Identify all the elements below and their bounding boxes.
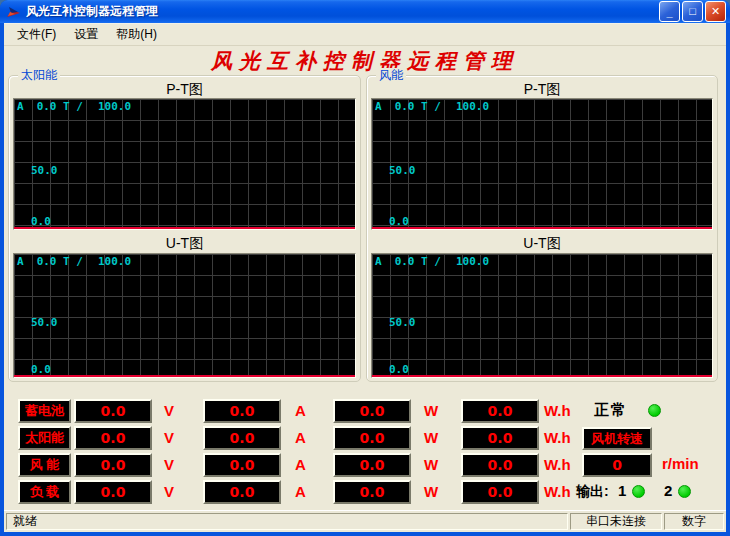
- status-ready-text: 就绪: [6, 513, 568, 530]
- fan-speed-display: 0: [582, 453, 652, 477]
- solar-row: 太阳能 0.0 V 0.0 A 0.0 W 0.0 W.h 风机转速: [4, 426, 726, 451]
- load-voltage-unit: V: [164, 483, 174, 500]
- solar-current-display: 0.0: [203, 426, 281, 450]
- app-icon: [6, 4, 22, 20]
- solar-ut-chart: A0.0 T /100.0 50.0 0.0: [13, 253, 356, 378]
- wind-pt-chart-title: P-T图: [367, 81, 717, 99]
- load-power-unit: W: [424, 483, 438, 500]
- output-1-led: [632, 485, 645, 498]
- solar-pt-ymid-label: 50.0: [31, 165, 58, 177]
- battery-row: 蓄电池 0.0 V 0.0 A 0.0 W 0.0 W.h 正常: [4, 399, 726, 424]
- solar-pt-chart-title: P-T图: [9, 81, 360, 99]
- battery-current-display: 0.0: [203, 399, 281, 423]
- wind-voltage-display: 0.0: [74, 453, 152, 477]
- solar-pt-x-axis: [14, 227, 355, 229]
- solar-power-display: 0.0: [333, 426, 411, 450]
- app-window: 风光互补控制器远程管理 _ □ ✕ 文件(F) 设置 帮助(H) 风光互补控制器…: [0, 0, 730, 536]
- wind-pt-ymid-label: 50.0: [389, 165, 416, 177]
- solar-ut-scale: A0.0 T /100.0: [17, 256, 131, 268]
- solar-current-unit: A: [295, 429, 306, 446]
- system-normal-label: 正常: [594, 401, 628, 420]
- load-energy-unit: W.h: [544, 483, 571, 500]
- wind-ut-chart: A0.0 T /100.0 50.0 0.0: [371, 253, 713, 378]
- battery-voltage-display: 0.0: [74, 399, 152, 423]
- wind-power-display: 0.0: [333, 453, 411, 477]
- wind-current-unit: A: [295, 456, 306, 473]
- solar-group-label: 太阳能: [18, 68, 60, 82]
- output-2-number: 2: [664, 482, 672, 499]
- solar-pt-scale: A0.0 T /100.0: [17, 101, 131, 113]
- system-normal-led: [648, 404, 661, 417]
- window-controls: _ □ ✕: [659, 1, 726, 22]
- wind-pt-scale: A0.0 T /100.0: [375, 101, 489, 113]
- wind-pt-x-axis: [372, 227, 712, 229]
- menu-item-help[interactable]: 帮助(H): [107, 24, 166, 45]
- wind-ut-scale: A0.0 T /100.0: [375, 256, 489, 268]
- wind-voltage-unit: V: [164, 456, 174, 473]
- battery-energy-unit: W.h: [544, 402, 571, 419]
- battery-label: 蓄电池: [18, 399, 71, 423]
- wind-group-box: 风能 P-T图 A0.0 T /100.0 50.0 0.0 U-T图 A0.0…: [366, 75, 718, 382]
- solar-ut-chart-title: U-T图: [9, 235, 360, 253]
- load-energy-display: 0.0: [461, 480, 539, 504]
- window-title: 风光互补控制器远程管理: [26, 3, 659, 20]
- status-mode-text: 数字: [664, 513, 724, 530]
- wind-ut-chart-title: U-T图: [367, 235, 717, 253]
- load-voltage-display: 0.0: [74, 480, 152, 504]
- fan-speed-label: 风机转速: [582, 427, 652, 450]
- solar-voltage-display: 0.0: [74, 426, 152, 450]
- minimize-button[interactable]: _: [659, 1, 680, 22]
- wind-energy-unit: W.h: [544, 456, 571, 473]
- menu-item-settings[interactable]: 设置: [65, 24, 107, 45]
- load-label: 负 载: [18, 480, 71, 504]
- fan-speed-unit: r/min: [662, 455, 699, 472]
- menu-bar: 文件(F) 设置 帮助(H): [4, 24, 726, 46]
- solar-ut-ymid-label: 50.0: [31, 317, 58, 329]
- solar-ut-x-axis: [14, 375, 355, 377]
- solar-energy-display: 0.0: [461, 426, 539, 450]
- solar-voltage-unit: V: [164, 429, 174, 446]
- maximize-button[interactable]: □: [682, 1, 703, 22]
- load-current-display: 0.0: [203, 480, 281, 504]
- title-bar[interactable]: 风光互补控制器远程管理 _ □ ✕: [0, 0, 730, 23]
- output-1-number: 1: [618, 482, 626, 499]
- readings-panel: 蓄电池 0.0 V 0.0 A 0.0 W 0.0 W.h 正常 太阳能 0.0…: [4, 399, 726, 511]
- battery-energy-display: 0.0: [461, 399, 539, 423]
- solar-pt-chart: A0.0 T /100.0 50.0 0.0: [13, 98, 356, 230]
- wind-energy-display: 0.0: [461, 453, 539, 477]
- output-label: 输出:: [576, 483, 609, 501]
- battery-current-unit: A: [295, 402, 306, 419]
- wind-group-label: 风能: [376, 68, 406, 82]
- page-title: 风光互补控制器远程管理: [4, 47, 726, 75]
- solar-power-unit: W: [424, 429, 438, 446]
- wind-ut-ymid-label: 50.0: [389, 317, 416, 329]
- load-power-display: 0.0: [333, 480, 411, 504]
- solar-energy-unit: W.h: [544, 429, 571, 446]
- battery-power-unit: W: [424, 402, 438, 419]
- wind-row: 风 能 0.0 V 0.0 A 0.0 W 0.0 W.h 0 r/min: [4, 453, 726, 478]
- window-body: 文件(F) 设置 帮助(H) 风光互补控制器远程管理 太阳能 P-T图 A0.0…: [4, 23, 726, 532]
- load-row: 负 载 0.0 V 0.0 A 0.0 W 0.0 W.h 输出: 1 2: [4, 480, 726, 505]
- client-area: 风光互补控制器远程管理 太阳能 P-T图 A0.0 T /100.0 50.0 …: [4, 46, 726, 510]
- load-current-unit: A: [295, 483, 306, 500]
- status-serial-text: 串口未连接: [570, 513, 662, 530]
- battery-power-display: 0.0: [333, 399, 411, 423]
- close-button[interactable]: ✕: [705, 1, 726, 22]
- solar-label: 太阳能: [18, 426, 71, 450]
- status-bar: 就绪 串口未连接 数字: [4, 510, 726, 532]
- wind-label: 风 能: [18, 453, 71, 477]
- menu-item-file[interactable]: 文件(F): [8, 24, 65, 45]
- solar-group-box: 太阳能 P-T图 A0.0 T /100.0 50.0 0.0 U-T图 A0.…: [8, 75, 361, 382]
- battery-voltage-unit: V: [164, 402, 174, 419]
- wind-current-display: 0.0: [203, 453, 281, 477]
- wind-power-unit: W: [424, 456, 438, 473]
- output-2-led: [678, 485, 691, 498]
- wind-pt-chart: A0.0 T /100.0 50.0 0.0: [371, 98, 713, 230]
- wind-ut-x-axis: [372, 375, 712, 377]
